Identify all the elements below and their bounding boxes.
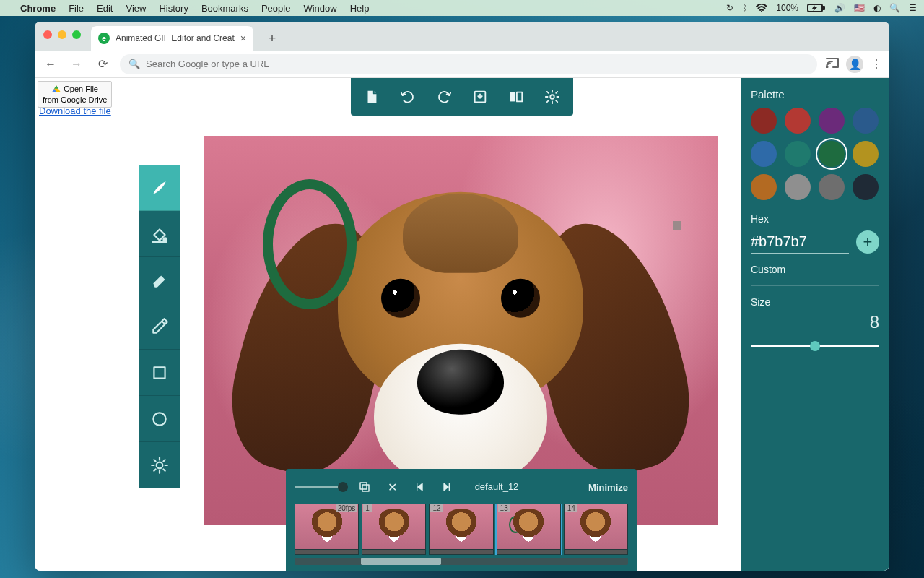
svg-rect-6 bbox=[517, 92, 522, 102]
frame-thumb-4[interactable]: 14 bbox=[564, 504, 628, 555]
menu-history[interactable]: History bbox=[159, 3, 188, 14]
menu-file[interactable]: File bbox=[69, 3, 84, 14]
minimize-window-button[interactable] bbox=[58, 30, 66, 39]
size-value: 8 bbox=[751, 312, 879, 332]
custom-heading: Custom bbox=[751, 264, 879, 275]
profile-avatar[interactable]: 👤 bbox=[846, 56, 863, 73]
picker-tool[interactable] bbox=[139, 303, 180, 350]
browser-tab[interactable]: e Animated GIF Editor and Creat × bbox=[91, 26, 253, 51]
last-frame-icon[interactable] bbox=[440, 480, 453, 493]
swatch-3[interactable] bbox=[853, 108, 879, 134]
light-tool[interactable] bbox=[139, 442, 180, 488]
open-file-button[interactable]: Open File from Google Drive bbox=[38, 81, 112, 108]
frame-thumb-2[interactable]: 12 bbox=[429, 504, 493, 555]
circle-tool[interactable] bbox=[139, 396, 180, 442]
new-tab-button[interactable]: + bbox=[262, 28, 282, 48]
nav-back-button[interactable]: ← bbox=[42, 58, 59, 71]
spotlight-icon[interactable]: 🔍 bbox=[889, 3, 900, 13]
hex-heading: Hex bbox=[751, 213, 879, 225]
frame-thumb-1[interactable]: 1 bbox=[362, 504, 426, 555]
hex-input[interactable]: #b7b7b7 bbox=[751, 230, 849, 254]
swatch-4[interactable] bbox=[751, 141, 777, 167]
menu-bookmarks[interactable]: Bookmarks bbox=[201, 3, 248, 14]
menu-view[interactable]: View bbox=[126, 3, 146, 14]
swatch-9[interactable] bbox=[785, 174, 811, 200]
fill-tool[interactable] bbox=[139, 211, 180, 257]
wifi-icon[interactable] bbox=[756, 4, 767, 12]
frame-thumb-3[interactable]: 13 bbox=[497, 504, 561, 555]
size-slider[interactable] bbox=[751, 345, 879, 347]
nav-reload-button[interactable]: ⟳ bbox=[94, 57, 111, 71]
swatch-2[interactable] bbox=[819, 108, 845, 134]
menu-edit[interactable]: Edit bbox=[97, 3, 113, 14]
battery-icon[interactable] bbox=[807, 4, 826, 12]
tool-toolbar bbox=[139, 165, 180, 488]
brush-tool[interactable] bbox=[139, 165, 180, 211]
svg-point-0 bbox=[761, 11, 762, 12]
add-color-button[interactable]: + bbox=[856, 230, 879, 254]
maximize-window-button[interactable] bbox=[72, 30, 81, 39]
close-window-button[interactable] bbox=[43, 30, 52, 39]
swatch-7[interactable] bbox=[853, 141, 879, 167]
rect-tool[interactable] bbox=[139, 350, 180, 396]
eraser-tool[interactable] bbox=[139, 257, 180, 303]
search-icon: 🔍 bbox=[128, 59, 140, 69]
svg-rect-2 bbox=[823, 7, 824, 9]
input-flag-icon[interactable]: 🇺🇸 bbox=[854, 3, 865, 13]
swatch-1[interactable] bbox=[785, 108, 811, 134]
palette-swatches bbox=[751, 108, 879, 200]
menu-help[interactable]: Help bbox=[350, 3, 370, 14]
swatch-5[interactable] bbox=[785, 141, 811, 167]
first-frame-icon[interactable] bbox=[413, 480, 426, 493]
tab-title: Animated GIF Editor and Creat bbox=[116, 33, 235, 43]
frames-filename[interactable]: default_12 bbox=[468, 481, 526, 493]
siri-icon[interactable]: ◐ bbox=[873, 3, 881, 13]
editor-app: Open File from Google Drive Download the… bbox=[35, 78, 889, 571]
svg-rect-13 bbox=[360, 483, 367, 489]
swatch-11[interactable] bbox=[853, 174, 879, 200]
timemachine-icon[interactable]: ↻ bbox=[726, 3, 733, 13]
frames-panel: ✕ default_12 Minimize 20fps1121314 bbox=[286, 469, 637, 571]
cast-icon[interactable] bbox=[826, 58, 839, 71]
battery-text: 100% bbox=[776, 3, 798, 13]
delete-frame-icon[interactable]: ✕ bbox=[385, 480, 398, 493]
menu-list-icon[interactable]: ☰ bbox=[909, 3, 917, 13]
svg-point-12 bbox=[157, 462, 163, 469]
top-action-bar bbox=[351, 78, 573, 116]
swatch-8[interactable] bbox=[751, 174, 777, 200]
swatch-0[interactable] bbox=[751, 108, 777, 134]
frame-thumb-0[interactable]: 20fps bbox=[295, 504, 359, 555]
minimize-button[interactable]: Minimize bbox=[588, 482, 628, 493]
undo-icon[interactable] bbox=[400, 89, 416, 105]
menu-people[interactable]: People bbox=[261, 3, 290, 14]
download-link[interactable]: Download the file bbox=[39, 105, 111, 116]
chrome-menu-icon[interactable]: ⋮ bbox=[871, 57, 882, 71]
swatch-10[interactable] bbox=[819, 174, 845, 200]
canvas-area[interactable] bbox=[204, 136, 718, 525]
redo-icon[interactable] bbox=[436, 89, 452, 105]
frame-thumbnails: 20fps1121314 bbox=[295, 504, 628, 555]
swatch-6[interactable] bbox=[819, 141, 845, 167]
menu-window[interactable]: Window bbox=[303, 3, 336, 14]
frames-scrollbar[interactable] bbox=[295, 558, 628, 565]
omnibox-placeholder: Search Google or type a URL bbox=[146, 59, 269, 69]
tab-favicon-icon: e bbox=[98, 33, 110, 44]
settings-icon[interactable] bbox=[544, 89, 560, 105]
address-bar: ← → ⟳ 🔍 Search Google or type a URL 👤 ⋮ bbox=[35, 51, 889, 78]
right-sidebar: Palette Hex #b7b7b7 + Custom Size 8 bbox=[741, 78, 889, 571]
bluetooth-icon[interactable]: ᛒ bbox=[742, 3, 747, 13]
download-icon[interactable] bbox=[472, 89, 488, 105]
layers-icon[interactable] bbox=[358, 480, 371, 493]
tab-close-icon[interactable]: × bbox=[240, 33, 246, 44]
omnibox[interactable]: 🔍 Search Google or type a URL bbox=[120, 54, 817, 74]
palette-heading: Palette bbox=[751, 88, 879, 100]
compare-icon[interactable] bbox=[508, 89, 524, 105]
svg-point-3 bbox=[827, 66, 828, 67]
zoom-slider[interactable] bbox=[295, 486, 344, 488]
svg-rect-14 bbox=[362, 485, 369, 491]
svg-rect-10 bbox=[154, 367, 165, 378]
new-file-icon[interactable] bbox=[364, 89, 380, 105]
menu-app-name[interactable]: Chrome bbox=[20, 3, 56, 14]
open-file-l2: from Google Drive bbox=[43, 95, 107, 104]
volume-icon[interactable]: 🔊 bbox=[834, 3, 845, 13]
